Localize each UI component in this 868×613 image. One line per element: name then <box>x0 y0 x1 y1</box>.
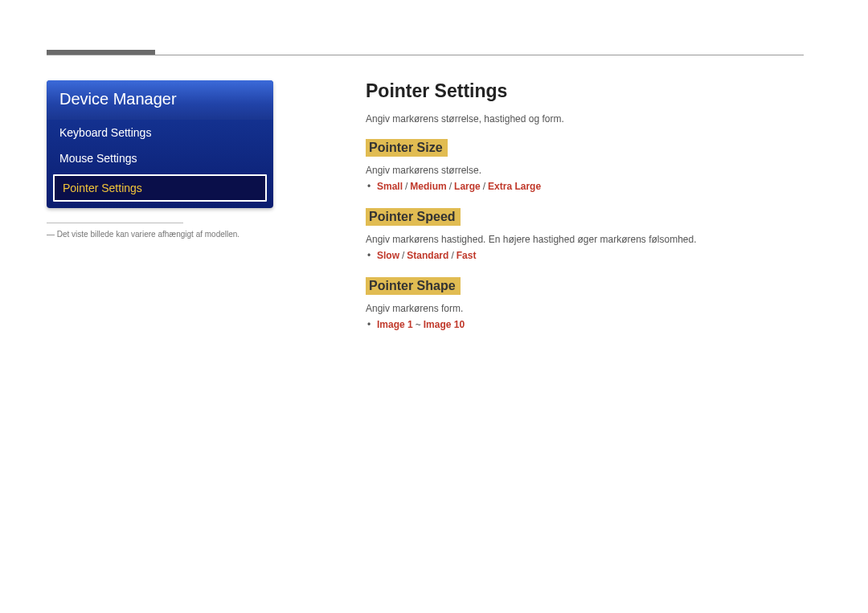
content: Pointer Settings Angiv markørens størrel… <box>366 80 804 346</box>
section-options-shape: Image 1~Image 10 <box>377 319 804 330</box>
section-options-speed: Slow/Standard/Fast <box>377 250 804 261</box>
header-rule <box>47 55 804 55</box>
section-pointer-speed: Pointer Speed Angiv markørens hastighed.… <box>366 208 804 261</box>
section-desc-speed: Angiv markørens hastighed. En højere has… <box>366 234 804 245</box>
footnote-rule <box>47 223 183 223</box>
menu-item-pointer-settings[interactable]: Pointer Settings <box>53 174 267 202</box>
menu-header: Device Manager <box>47 80 273 120</box>
option-small: Small <box>377 181 403 192</box>
section-options-size: Small/Medium/Large/Extra Large <box>377 181 804 192</box>
section-desc-shape: Angiv markørens form. <box>366 303 804 314</box>
page-title: Pointer Settings <box>366 80 804 102</box>
option-image-1: Image 1 <box>377 319 413 330</box>
section-pointer-shape: Pointer Shape Angiv markørens form. Imag… <box>366 277 804 330</box>
option-medium: Medium <box>410 181 446 192</box>
section-heading-size: Pointer Size <box>366 139 448 157</box>
option-separator: / <box>403 181 410 192</box>
option-separator: / <box>447 181 454 192</box>
section-pointer-size: Pointer Size Angiv markørens størrelse. … <box>366 139 804 192</box>
option-separator: / <box>481 181 488 192</box>
option-image-10: Image 10 <box>424 319 465 330</box>
section-heading-speed: Pointer Speed <box>366 208 461 226</box>
menu-panel: Device Manager Keyboard Settings Mouse S… <box>47 80 273 208</box>
section-desc-size: Angiv markørens størrelse. <box>366 165 804 176</box>
option-extra-large: Extra Large <box>488 181 541 192</box>
option-fast: Fast <box>457 250 477 261</box>
page-intro: Angiv markørens størrelse, hastighed og … <box>366 113 804 125</box>
option-standard: Standard <box>407 250 448 261</box>
option-separator: / <box>448 250 456 261</box>
option-slow: Slow <box>377 250 399 261</box>
option-separator: / <box>399 250 407 261</box>
option-separator: ~ <box>413 319 424 330</box>
sidebar: Device Manager Keyboard Settings Mouse S… <box>47 80 273 239</box>
menu-item-mouse-settings[interactable]: Mouse Settings <box>47 145 273 171</box>
footnote: ― Det viste billede kan variere afhængig… <box>47 230 273 239</box>
menu-item-keyboard-settings[interactable]: Keyboard Settings <box>47 120 273 145</box>
option-large: Large <box>454 181 481 192</box>
section-heading-shape: Pointer Shape <box>366 277 461 295</box>
